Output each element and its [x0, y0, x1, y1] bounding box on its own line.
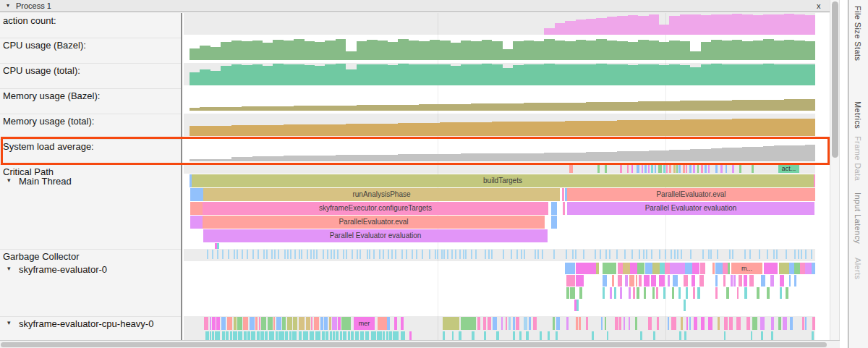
trace-event-bar[interactable] — [205, 331, 209, 340]
trace-event-bar[interactable] — [790, 317, 793, 330]
trace-event-bar[interactable] — [369, 250, 370, 259]
trace-event-bar[interactable] — [665, 263, 670, 274]
trace-event-bar[interactable] — [686, 317, 688, 330]
trace-event-bar[interactable] — [779, 263, 789, 274]
trace-event-bar[interactable] — [595, 250, 596, 259]
trace-event-bar[interactable] — [678, 287, 681, 299]
trace-event-bar[interactable] — [718, 317, 720, 330]
trace-event-bar[interactable] — [278, 331, 284, 340]
trace-event-bar[interactable] — [338, 317, 341, 330]
trace-event-bar[interactable] — [723, 275, 726, 287]
trace-event-bar[interactable] — [645, 263, 652, 274]
trace-event-bar-labeled[interactable]: m... — [731, 263, 762, 274]
trace-event-bar[interactable] — [780, 287, 782, 299]
trace-event-bar[interactable] — [637, 287, 639, 299]
trace-event-bar[interactable] — [673, 165, 676, 173]
trace-event-bar[interactable] — [244, 331, 247, 340]
trace-event-bar[interactable] — [341, 317, 351, 330]
trace-event-bar[interactable] — [635, 317, 637, 330]
trace-event-bar[interactable] — [652, 263, 660, 274]
trace-event-bar[interactable] — [324, 317, 328, 330]
trace-event-bar[interactable] — [612, 275, 614, 287]
trace-event-bar[interactable] — [665, 250, 666, 259]
collapse-process-icon[interactable]: ▾ — [7, 2, 9, 9]
trace-event-bar[interactable] — [637, 165, 639, 173]
trace-event-bar[interactable] — [216, 317, 220, 330]
trace-event-bar[interactable] — [322, 331, 325, 340]
trace-event-bar[interactable] — [485, 250, 486, 259]
trace-event-bar[interactable] — [674, 250, 676, 259]
trace-event-bar[interactable] — [642, 165, 643, 173]
trace-event-bar[interactable] — [461, 317, 476, 330]
trace-event-bar[interactable] — [668, 317, 669, 330]
trace-event-bar[interactable] — [238, 331, 242, 340]
trace-event-bar[interactable] — [409, 331, 412, 340]
trace-event-bar[interactable] — [441, 250, 443, 259]
trace-event-bar[interactable] — [472, 331, 475, 340]
trace-event-bar[interactable] — [343, 331, 346, 340]
trace-event-bar[interactable] — [437, 250, 438, 259]
trace-event-bar[interactable] — [729, 250, 731, 259]
trace-event-bar[interactable] — [739, 165, 741, 173]
trace-event-bar[interactable] — [459, 250, 461, 259]
trace-event-bar[interactable] — [379, 250, 380, 259]
trace-event-bar[interactable] — [689, 317, 691, 330]
trace-event-bar[interactable] — [314, 317, 319, 330]
trace-event-bar[interactable] — [272, 331, 274, 340]
trace-event-bar[interactable] — [685, 263, 692, 274]
trace-event-bar[interactable] — [572, 250, 574, 259]
trace-event-bar[interactable] — [491, 250, 493, 259]
trace-event-bar[interactable] — [483, 317, 486, 330]
trace-event-bar[interactable] — [603, 263, 616, 274]
trace-event-bar[interactable] — [359, 250, 361, 259]
trace-event-bar[interactable] — [770, 275, 774, 287]
trace-event-bar[interactable] — [689, 165, 692, 173]
trace-event-bar[interactable] — [553, 250, 555, 259]
trace-event-bar[interactable] — [465, 250, 467, 259]
trace-event-bar[interactable] — [601, 317, 603, 330]
trace-event-bar[interactable] — [226, 331, 229, 340]
trace-event-bar[interactable] — [684, 331, 686, 340]
trace-event-bar[interactable] — [320, 317, 323, 330]
trace-event-bar[interactable] — [346, 250, 347, 259]
sidebar-tab-frame-data[interactable]: Frame Data — [854, 136, 862, 181]
trace-event-bar[interactable] — [639, 250, 640, 259]
trace-event-bar[interactable] — [412, 250, 413, 259]
trace-event-bar[interactable] — [744, 287, 747, 299]
trace-event-bar[interactable] — [278, 250, 279, 259]
trace-event-bar[interactable] — [620, 165, 622, 173]
trace-event-bar[interactable] — [631, 165, 633, 173]
trace-event-bar[interactable] — [729, 317, 733, 330]
trace-event-bar[interactable] — [393, 331, 399, 340]
trace-event-bar[interactable] — [798, 250, 799, 259]
horizontal-scrollbar-thumb[interactable] — [1, 342, 827, 347]
trace-event-bar[interactable] — [360, 331, 364, 340]
trace-event-bar[interactable] — [672, 287, 674, 299]
trace-event-bar[interactable] — [488, 250, 490, 259]
trace-event-bar[interactable] — [708, 250, 710, 259]
trace-event-bar[interactable] — [542, 250, 543, 259]
trace-event-bar[interactable] — [652, 287, 655, 299]
trace-event-bar[interactable] — [247, 250, 248, 259]
trace-event-bar[interactable] — [373, 250, 375, 259]
trace-event-bar[interactable] — [260, 331, 264, 340]
trace-event-bar[interactable] — [605, 165, 607, 173]
trace-event-bar[interactable] — [794, 250, 796, 259]
trace-event-bar[interactable] — [268, 317, 273, 330]
trace-event-bar[interactable] — [285, 331, 288, 340]
trace-event-bar[interactable] — [715, 275, 718, 287]
trace-event-bar[interactable] — [215, 331, 220, 340]
trace-event-bar[interactable] — [659, 250, 660, 259]
trace-event-bar[interactable] — [623, 263, 630, 274]
trace-event-bar[interactable] — [660, 263, 665, 274]
trace-event-bar[interactable] — [212, 250, 213, 259]
trace-event-bar[interactable] — [316, 250, 318, 259]
flame-span[interactable] — [562, 188, 564, 201]
trace-event-bar[interactable] — [556, 331, 558, 340]
trace-event-bar[interactable] — [646, 250, 647, 259]
trace-event-bar[interactable] — [701, 165, 703, 173]
trace-event-bar[interactable] — [692, 263, 699, 274]
trace-event-bar-labeled[interactable]: mer — [354, 317, 375, 330]
trace-event-bar[interactable] — [330, 331, 332, 340]
trace-event-bar[interactable] — [287, 317, 292, 330]
